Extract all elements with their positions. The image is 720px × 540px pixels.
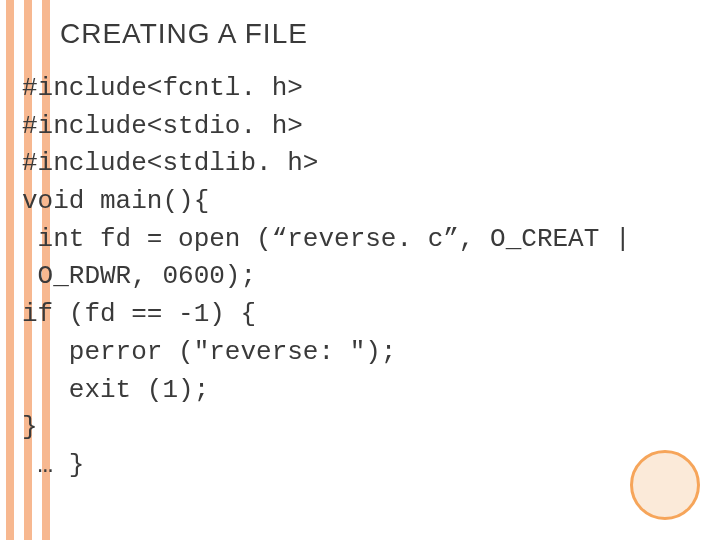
code-block: #include<fcntl. h> #include<stdio. h> #i…: [22, 70, 631, 485]
decorative-stripe: [6, 0, 14, 540]
decorative-circle: [630, 450, 700, 520]
slide-title: CREATING A FILE: [60, 18, 308, 50]
